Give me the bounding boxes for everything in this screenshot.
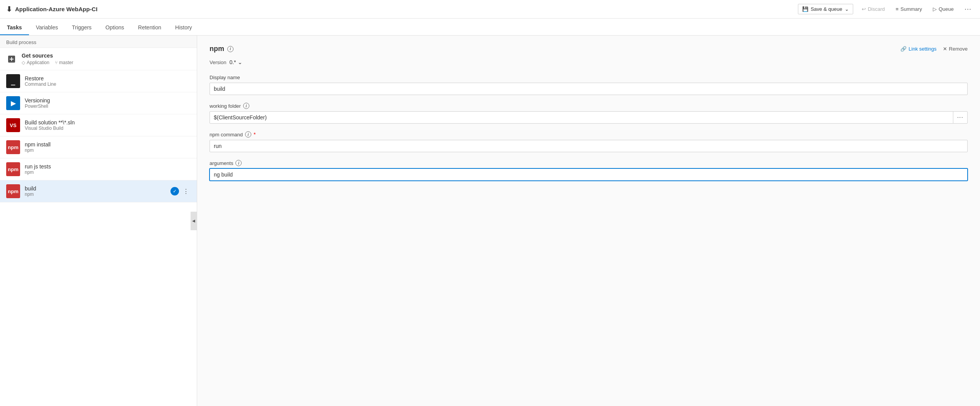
working-folder-group: working folder i ···: [210, 103, 968, 124]
display-name-input[interactable]: [210, 83, 968, 95]
branch-icon: ⑂: [55, 60, 58, 65]
repo-icon: ◇: [22, 60, 25, 65]
app-title: ⬇ Application-Azure WebApp-CI: [6, 5, 798, 14]
build-dots-button[interactable]: ⋮: [181, 187, 191, 196]
restore-sub: Command Line: [25, 82, 191, 87]
build-actions: ✓ ⋮: [170, 187, 191, 196]
build-solution-info: Build solution **\*.sln Visual Studio Bu…: [25, 119, 191, 131]
display-name-label: Display name: [210, 75, 968, 80]
tab-retention[interactable]: Retention: [131, 20, 168, 35]
npm-command-required: *: [254, 131, 256, 138]
sidebar-item-restore[interactable]: _ Restore Command Line: [0, 70, 197, 92]
working-folder-input-container: ···: [210, 111, 968, 124]
header-actions: 💾 Save & queue ⌄ ↩ Discard ≡ Summary ▷ Q…: [798, 3, 974, 15]
restore-name: Restore: [25, 75, 191, 82]
content-title-text: npm: [210, 45, 224, 53]
summary-button[interactable]: ≡ Summary: [893, 5, 924, 14]
working-folder-input[interactable]: [210, 112, 953, 123]
sidebar-item-build-solution[interactable]: VS Build solution **\*.sln Visual Studio…: [0, 114, 197, 136]
content-area: npm i 🔗 Link settings ✕ Remove Version 0…: [197, 36, 980, 406]
arguments-label-text: arguments: [210, 160, 233, 166]
arguments-label: arguments i: [210, 160, 968, 166]
arguments-group: arguments i: [210, 160, 968, 181]
run-js-tests-sub: npm: [25, 170, 191, 175]
versioning-sub: PowerShell: [25, 104, 191, 109]
npm-install-name: npm install: [25, 141, 191, 148]
npm-install-sub: npm: [25, 148, 191, 153]
version-value: 0.*: [229, 59, 236, 65]
content-header: npm i 🔗 Link settings ✕ Remove: [210, 45, 968, 53]
tab-options[interactable]: Options: [99, 20, 131, 35]
sidebar-items-scroll: _ Restore Command Line ▶ Versioning Powe…: [0, 70, 197, 406]
sidebar-item-npm-install[interactable]: npm npm install npm: [0, 136, 197, 158]
sidebar-item-versioning[interactable]: ▶ Versioning PowerShell: [0, 92, 197, 114]
save-queue-chevron: ⌄: [845, 6, 849, 12]
npm-install-info: npm install npm: [25, 141, 191, 153]
npm-command-group: npm command i *: [210, 131, 968, 152]
working-folder-label-text: working folder: [210, 103, 241, 109]
build-sub: npm: [25, 192, 166, 197]
summary-icon: ≡: [896, 6, 899, 12]
get-sources-item[interactable]: Get sources ◇ Application ⑂ master: [0, 48, 197, 70]
get-sources-icon: [6, 54, 17, 65]
get-sources-info: Get sources ◇ Application ⑂ master: [22, 53, 73, 65]
repo-label: Application: [27, 60, 49, 65]
npm-command-label: npm command i *: [210, 131, 968, 138]
run-js-tests-icon: npm: [6, 162, 20, 176]
display-name-label-text: Display name: [210, 75, 240, 80]
npm-command-info-icon[interactable]: i: [245, 131, 251, 138]
arguments-input[interactable]: [210, 168, 968, 181]
link-settings-label: Link settings: [908, 46, 936, 52]
remove-label: Remove: [949, 46, 968, 52]
meta-branch: ⑂ master: [55, 60, 73, 65]
arguments-info-icon[interactable]: i: [235, 160, 242, 166]
npm-command-input[interactable]: [210, 140, 968, 152]
npm-install-icon: npm: [6, 140, 20, 154]
npm-info-icon[interactable]: i: [227, 46, 233, 52]
tab-triggers[interactable]: Triggers: [65, 20, 99, 35]
discard-label: Discard: [868, 6, 885, 12]
meta-repo: ◇ Application: [22, 60, 49, 65]
build-check-badge: ✓: [170, 187, 179, 195]
tab-variables[interactable]: Variables: [29, 20, 65, 35]
display-name-group: Display name: [210, 75, 968, 95]
sidebar: Build process Get sources ◇ Applica: [0, 36, 197, 406]
tab-history[interactable]: History: [168, 20, 199, 35]
queue-icon: ▷: [933, 6, 937, 12]
tab-tasks[interactable]: Tasks: [0, 20, 29, 35]
link-settings-button[interactable]: 🔗 Link settings: [900, 46, 936, 52]
content-actions: 🔗 Link settings ✕ Remove: [900, 46, 968, 52]
header: ⬇ Application-Azure WebApp-CI 💾 Save & q…: [0, 0, 980, 19]
queue-button[interactable]: ▷ Queue: [931, 5, 956, 14]
versioning-info: Versioning PowerShell: [25, 97, 191, 109]
working-folder-info-icon[interactable]: i: [243, 103, 249, 109]
app-title-text: Application-Azure WebApp-CI: [15, 6, 97, 12]
discard-icon: ↩: [862, 6, 866, 12]
sidebar-item-run-js-tests[interactable]: npm run js tests npm: [0, 158, 197, 180]
main-layout: Build process Get sources ◇ Applica: [0, 36, 980, 406]
run-js-tests-info: run js tests npm: [25, 163, 191, 175]
working-folder-more-button[interactable]: ···: [953, 112, 967, 123]
content-title: npm i: [210, 45, 233, 53]
sidebar-collapse-button[interactable]: ◀: [191, 212, 197, 230]
version-label: Version: [210, 59, 226, 65]
versioning-icon: ▶: [6, 96, 20, 110]
build-name: build: [25, 185, 166, 192]
get-sources-name: Get sources: [22, 53, 73, 59]
save-queue-button[interactable]: 💾 Save & queue ⌄: [798, 4, 853, 14]
sidebar-inner: Build process Get sources ◇ Applica: [0, 36, 197, 406]
more-options-button[interactable]: ···: [962, 3, 974, 15]
run-js-tests-name: run js tests: [25, 163, 191, 170]
get-sources-meta: ◇ Application ⑂ master: [22, 60, 73, 65]
discard-button[interactable]: ↩ Discard: [859, 5, 887, 14]
branch-label: master: [59, 60, 73, 65]
build-solution-name: Build solution **\*.sln: [25, 119, 191, 126]
version-chevron-icon: ⌄: [238, 59, 242, 65]
sidebar-item-build[interactable]: npm build npm ✓ ⋮: [0, 180, 197, 202]
queue-label: Queue: [939, 6, 954, 12]
restore-icon: _: [6, 74, 20, 88]
version-select[interactable]: 0.* ⌄: [229, 59, 242, 65]
remove-icon: ✕: [943, 46, 947, 52]
remove-button[interactable]: ✕ Remove: [943, 46, 968, 52]
nav-tabs: Tasks Variables Triggers Options Retenti…: [0, 19, 980, 36]
